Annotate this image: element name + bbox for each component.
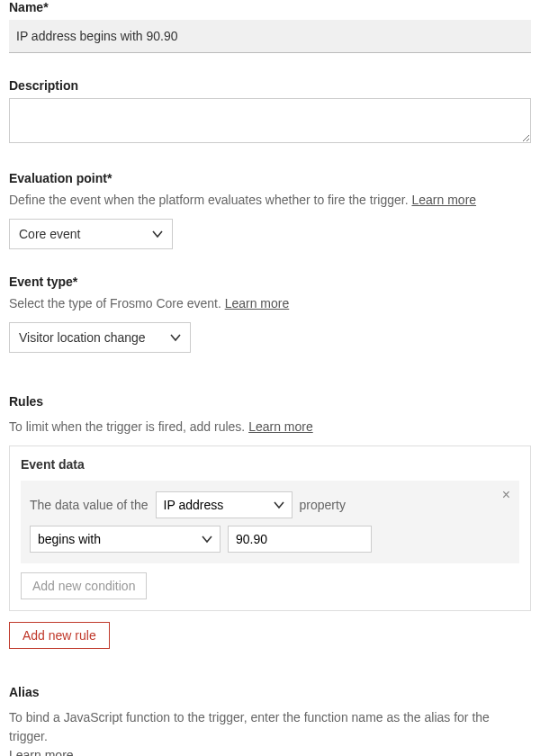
- property-select[interactable]: IP address: [157, 492, 292, 518]
- rules-box-title: Event data: [21, 457, 519, 472]
- name-label: Name*: [9, 0, 531, 14]
- evaluation-point-help: Define the event when the platform evalu…: [9, 193, 411, 207]
- rules-learn-more-link[interactable]: Learn more: [248, 419, 313, 434]
- operator-select-wrap[interactable]: begins with: [30, 526, 220, 553]
- alias-help: To bind a JavaScript function to the tri…: [9, 710, 490, 743]
- add-condition-button[interactable]: Add new condition: [21, 572, 147, 599]
- name-input[interactable]: [9, 20, 531, 53]
- event-type-select-wrap[interactable]: Visitor location change: [9, 322, 191, 353]
- alias-title: Alias: [9, 685, 531, 699]
- description-textarea[interactable]: [9, 98, 531, 143]
- rule-prefix-text: The data value of the: [30, 498, 148, 512]
- property-select-wrap[interactable]: IP address: [156, 491, 292, 518]
- evaluation-point-label: Evaluation point*: [9, 171, 531, 185]
- rules-title: Rules: [9, 394, 531, 409]
- operator-select[interactable]: begins with: [31, 526, 220, 552]
- rules-help: To limit when the trigger is fired, add …: [9, 419, 248, 434]
- close-icon[interactable]: ×: [502, 488, 510, 502]
- evaluation-point-select-wrap[interactable]: Core event: [9, 219, 173, 249]
- event-type-learn-more-link[interactable]: Learn more: [225, 296, 290, 310]
- add-rule-button[interactable]: Add new rule: [9, 622, 110, 649]
- description-label: Description: [9, 78, 531, 93]
- rule-value-input[interactable]: [228, 526, 372, 553]
- rule-suffix-text: property: [300, 498, 346, 512]
- rule-row: × The data value of the IP address prope…: [21, 481, 519, 563]
- event-type-label: Event type*: [9, 274, 531, 289]
- event-type-select[interactable]: Visitor location change: [10, 323, 190, 352]
- event-type-help: Select the type of Frosmo Core event.: [9, 296, 225, 310]
- rules-box: Event data × The data value of the IP ad…: [9, 446, 531, 611]
- evaluation-point-learn-more-link[interactable]: Learn more: [411, 193, 476, 207]
- evaluation-point-select[interactable]: Core event: [10, 220, 172, 248]
- alias-learn-more-link[interactable]: Learn more: [9, 748, 74, 756]
